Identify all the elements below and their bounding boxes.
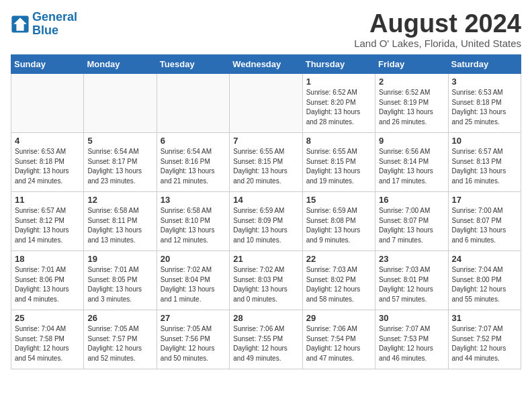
day-number: 27 xyxy=(161,313,226,323)
day-info: Sunrise: 7:03 AM Sunset: 8:01 PM Dayligh… xyxy=(379,265,444,304)
day-info: Sunrise: 6:57 AM Sunset: 8:13 PM Dayligh… xyxy=(452,147,517,186)
day-number: 30 xyxy=(379,313,444,323)
day-info: Sunrise: 7:05 AM Sunset: 7:56 PM Dayligh… xyxy=(161,324,226,363)
month-year: August 2024 xyxy=(354,11,521,36)
day-number: 20 xyxy=(161,254,226,264)
day-info: Sunrise: 6:52 AM Sunset: 8:20 PM Dayligh… xyxy=(306,88,371,127)
calendar-cell: 6Sunrise: 6:54 AM Sunset: 8:16 PM Daylig… xyxy=(157,133,229,192)
day-info: Sunrise: 7:02 AM Sunset: 8:04 PM Dayligh… xyxy=(161,265,226,304)
logo-text: General Blue xyxy=(32,11,77,38)
day-number: 28 xyxy=(233,313,298,323)
day-number: 10 xyxy=(452,136,517,146)
day-info: Sunrise: 7:06 AM Sunset: 7:54 PM Dayligh… xyxy=(306,324,371,363)
calendar-cell xyxy=(11,74,84,133)
calendar-cell: 5Sunrise: 6:54 AM Sunset: 8:17 PM Daylig… xyxy=(84,133,157,192)
page-header: General Blue August 2024 Land O' Lakes, … xyxy=(11,11,521,49)
calendar-cell: 30Sunrise: 7:07 AM Sunset: 7:53 PM Dayli… xyxy=(375,310,448,369)
day-info: Sunrise: 6:54 AM Sunset: 8:17 PM Dayligh… xyxy=(87,147,152,186)
logo-line2: Blue xyxy=(32,24,58,37)
day-info: Sunrise: 6:53 AM Sunset: 8:18 PM Dayligh… xyxy=(452,88,517,127)
day-info: Sunrise: 6:55 AM Sunset: 8:15 PM Dayligh… xyxy=(233,147,298,186)
day-info: Sunrise: 6:59 AM Sunset: 8:09 PM Dayligh… xyxy=(233,206,298,245)
calendar-week-4: 18Sunrise: 7:01 AM Sunset: 8:06 PM Dayli… xyxy=(11,251,521,310)
day-info: Sunrise: 6:58 AM Sunset: 8:11 PM Dayligh… xyxy=(87,206,152,245)
day-info: Sunrise: 7:07 AM Sunset: 7:53 PM Dayligh… xyxy=(379,324,444,363)
day-info: Sunrise: 7:04 AM Sunset: 8:00 PM Dayligh… xyxy=(452,265,517,304)
day-info: Sunrise: 6:58 AM Sunset: 8:10 PM Dayligh… xyxy=(161,206,226,245)
calendar-cell: 24Sunrise: 7:04 AM Sunset: 8:00 PM Dayli… xyxy=(448,251,521,310)
calendar-cell: 9Sunrise: 6:56 AM Sunset: 8:14 PM Daylig… xyxy=(375,133,448,192)
day-info: Sunrise: 6:57 AM Sunset: 8:12 PM Dayligh… xyxy=(15,206,80,245)
calendar-cell: 22Sunrise: 7:03 AM Sunset: 8:02 PM Dayli… xyxy=(302,251,375,310)
weekday-header-saturday: Saturday xyxy=(448,55,521,74)
calendar-week-5: 25Sunrise: 7:04 AM Sunset: 7:58 PM Dayli… xyxy=(11,310,521,369)
calendar-cell: 26Sunrise: 7:05 AM Sunset: 7:57 PM Dayli… xyxy=(84,310,157,369)
weekday-header-monday: Monday xyxy=(84,55,157,74)
day-number: 25 xyxy=(15,313,80,323)
calendar-cell: 3Sunrise: 6:53 AM Sunset: 8:18 PM Daylig… xyxy=(448,74,521,133)
day-info: Sunrise: 6:52 AM Sunset: 8:19 PM Dayligh… xyxy=(379,88,444,127)
logo-line1: General xyxy=(32,10,77,24)
day-number: 21 xyxy=(233,254,298,264)
calendar-cell: 25Sunrise: 7:04 AM Sunset: 7:58 PM Dayli… xyxy=(11,310,84,369)
day-number: 11 xyxy=(15,195,80,205)
location: Land O' Lakes, Florida, United States xyxy=(354,38,521,49)
calendar-week-2: 4Sunrise: 6:53 AM Sunset: 8:18 PM Daylig… xyxy=(11,133,521,192)
day-number: 18 xyxy=(15,254,80,264)
day-info: Sunrise: 7:01 AM Sunset: 8:06 PM Dayligh… xyxy=(15,265,80,304)
day-number: 9 xyxy=(379,136,444,146)
day-info: Sunrise: 7:00 AM Sunset: 8:07 PM Dayligh… xyxy=(452,206,517,245)
weekday-header-friday: Friday xyxy=(375,55,448,74)
calendar-cell xyxy=(157,74,229,133)
calendar-cell: 7Sunrise: 6:55 AM Sunset: 8:15 PM Daylig… xyxy=(230,133,302,192)
calendar-cell: 10Sunrise: 6:57 AM Sunset: 8:13 PM Dayli… xyxy=(448,133,521,192)
day-info: Sunrise: 7:05 AM Sunset: 7:57 PM Dayligh… xyxy=(87,324,152,363)
day-number: 29 xyxy=(306,313,371,323)
day-info: Sunrise: 7:00 AM Sunset: 8:07 PM Dayligh… xyxy=(379,206,444,245)
calendar-cell: 12Sunrise: 6:58 AM Sunset: 8:11 PM Dayli… xyxy=(84,192,157,251)
calendar-cell: 17Sunrise: 7:00 AM Sunset: 8:07 PM Dayli… xyxy=(448,192,521,251)
day-number: 19 xyxy=(87,254,152,264)
calendar-cell: 8Sunrise: 6:55 AM Sunset: 8:15 PM Daylig… xyxy=(302,133,375,192)
day-number: 24 xyxy=(452,254,517,264)
calendar-cell: 21Sunrise: 7:02 AM Sunset: 8:03 PM Dayli… xyxy=(230,251,302,310)
day-info: Sunrise: 6:55 AM Sunset: 8:15 PM Dayligh… xyxy=(306,147,371,186)
calendar-cell: 27Sunrise: 7:05 AM Sunset: 7:56 PM Dayli… xyxy=(157,310,229,369)
calendar-cell: 1Sunrise: 6:52 AM Sunset: 8:20 PM Daylig… xyxy=(302,74,375,133)
logo: General Blue xyxy=(11,11,77,38)
day-number: 3 xyxy=(452,77,517,87)
weekday-header-thursday: Thursday xyxy=(302,55,375,74)
day-info: Sunrise: 6:53 AM Sunset: 8:18 PM Dayligh… xyxy=(15,147,80,186)
day-number: 12 xyxy=(87,195,152,205)
day-number: 4 xyxy=(15,136,80,146)
day-number: 16 xyxy=(379,195,444,205)
calendar-cell: 19Sunrise: 7:01 AM Sunset: 8:05 PM Dayli… xyxy=(84,251,157,310)
day-number: 5 xyxy=(87,136,152,146)
day-number: 14 xyxy=(233,195,298,205)
day-info: Sunrise: 7:01 AM Sunset: 8:05 PM Dayligh… xyxy=(87,265,152,304)
title-block: August 2024 Land O' Lakes, Florida, Unit… xyxy=(354,11,521,49)
calendar-cell: 31Sunrise: 7:07 AM Sunset: 7:52 PM Dayli… xyxy=(448,310,521,369)
calendar-week-3: 11Sunrise: 6:57 AM Sunset: 8:12 PM Dayli… xyxy=(11,192,521,251)
day-number: 23 xyxy=(379,254,444,264)
day-info: Sunrise: 7:04 AM Sunset: 7:58 PM Dayligh… xyxy=(15,324,80,363)
day-number: 13 xyxy=(161,195,226,205)
calendar-cell: 23Sunrise: 7:03 AM Sunset: 8:01 PM Dayli… xyxy=(375,251,448,310)
day-number: 26 xyxy=(87,313,152,323)
day-info: Sunrise: 7:02 AM Sunset: 8:03 PM Dayligh… xyxy=(233,265,298,304)
weekday-header-tuesday: Tuesday xyxy=(157,55,229,74)
calendar-cell: 20Sunrise: 7:02 AM Sunset: 8:04 PM Dayli… xyxy=(157,251,229,310)
calendar-cell: 16Sunrise: 7:00 AM Sunset: 8:07 PM Dayli… xyxy=(375,192,448,251)
day-info: Sunrise: 6:59 AM Sunset: 8:08 PM Dayligh… xyxy=(306,206,371,245)
day-number: 15 xyxy=(306,195,371,205)
weekday-header-wednesday: Wednesday xyxy=(230,55,302,74)
day-number: 2 xyxy=(379,77,444,87)
calendar-cell: 28Sunrise: 7:06 AM Sunset: 7:55 PM Dayli… xyxy=(230,310,302,369)
calendar-week-1: 1Sunrise: 6:52 AM Sunset: 8:20 PM Daylig… xyxy=(11,74,521,133)
calendar-cell: 11Sunrise: 6:57 AM Sunset: 8:12 PM Dayli… xyxy=(11,192,84,251)
calendar-cell: 18Sunrise: 7:01 AM Sunset: 8:06 PM Dayli… xyxy=(11,251,84,310)
day-number: 6 xyxy=(161,136,226,146)
day-number: 22 xyxy=(306,254,371,264)
calendar-cell: 14Sunrise: 6:59 AM Sunset: 8:09 PM Dayli… xyxy=(230,192,302,251)
calendar-cell: 15Sunrise: 6:59 AM Sunset: 8:08 PM Dayli… xyxy=(302,192,375,251)
